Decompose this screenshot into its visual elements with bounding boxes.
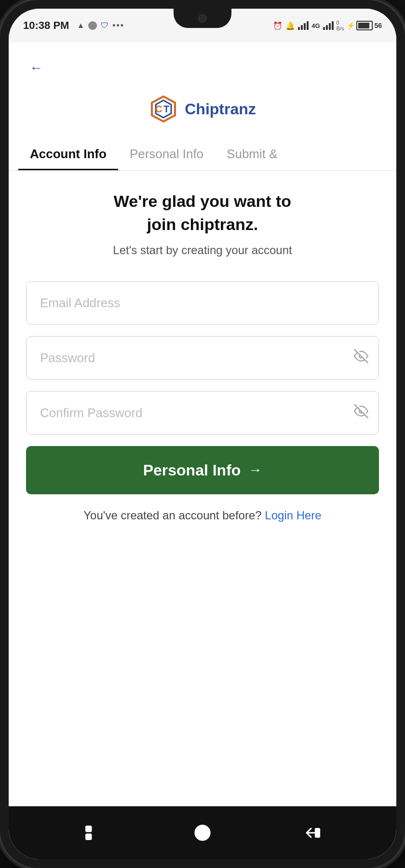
svg-rect-6	[86, 827, 92, 832]
battery-area: ⚡ 56	[347, 21, 382, 30]
back-arrow-icon: ←	[29, 60, 43, 76]
status-bar: 10:38 PM ▲ 🛡 ••• ⏰	[9, 9, 396, 42]
next-button-arrow: →	[248, 462, 262, 478]
bottom-nav	[9, 806, 396, 859]
back-area: ←	[9, 42, 396, 85]
password-toggle-icon[interactable]	[354, 349, 368, 367]
logo-icon: C T	[149, 95, 178, 123]
recent-apps-button[interactable]	[81, 821, 105, 845]
svg-rect-9	[315, 828, 320, 837]
welcome-subtitle: Let's start by creating your account	[26, 244, 379, 257]
speed-indicator: 0B/s	[337, 20, 344, 31]
circle-status-icon	[88, 21, 97, 30]
confirm-password-group	[26, 391, 379, 434]
triangle-icon: ▲	[77, 21, 84, 30]
alarm-icon: ⏰	[273, 21, 283, 30]
email-group	[26, 281, 379, 325]
logo-area: C T Chiptranz	[9, 85, 396, 138]
battery-icon	[356, 21, 373, 30]
login-link-area: You've created an account before? Login …	[26, 494, 379, 532]
status-icons-right: ⏰ 🔔 4G	[273, 20, 382, 31]
home-button[interactable]	[190, 821, 215, 845]
status-icons-left: ▲ 🛡 •••	[77, 21, 124, 31]
password-group	[26, 336, 379, 380]
form-area: We're glad you want tojoin chiptranz. Le…	[9, 171, 396, 806]
phone-shell: 10:38 PM ▲ 🛡 ••• ⏰	[0, 0, 405, 868]
tabs-container: Account Info Personal Info Submit &	[9, 138, 396, 171]
tab-personal-info[interactable]: Personal Info	[118, 138, 215, 170]
logo-tranz: tranz	[219, 100, 256, 118]
login-text: You've created an account before?	[83, 509, 261, 522]
email-input[interactable]	[26, 281, 379, 325]
personal-info-button[interactable]: Personal Info →	[26, 446, 379, 494]
tab-account-info[interactable]: Account Info	[18, 138, 118, 170]
logo-text: Chiptranz	[185, 100, 256, 118]
logo-chip: Chip	[185, 100, 219, 118]
confirm-password-toggle-icon[interactable]	[354, 404, 368, 422]
confirm-password-input[interactable]	[26, 391, 379, 434]
tab-submit[interactable]: Submit &	[215, 138, 289, 170]
svg-text:T: T	[163, 104, 169, 114]
bell-icon: 🔔	[285, 21, 295, 30]
charging-icon: ⚡	[347, 22, 355, 29]
shield-icon: 🛡	[101, 21, 108, 30]
notch	[174, 9, 231, 28]
svg-point-8	[195, 826, 210, 840]
screen: 10:38 PM ▲ 🛡 ••• ⏰	[9, 9, 396, 859]
signal-icon	[298, 21, 309, 30]
password-input[interactable]	[26, 336, 379, 380]
login-here-link[interactable]: Login Here	[265, 509, 321, 522]
back-nav-button[interactable]	[300, 821, 324, 845]
next-button-label: Personal Info	[143, 461, 241, 479]
svg-rect-7	[86, 834, 92, 840]
dots-icon: •••	[112, 21, 124, 31]
status-time: 10:38 PM	[23, 19, 69, 32]
battery-percent: 56	[374, 22, 382, 29]
camera	[198, 14, 207, 23]
back-button[interactable]: ←	[24, 56, 48, 80]
app-content: ← C T Chiptranz	[9, 42, 396, 806]
network-4g: 4G	[311, 22, 320, 29]
battery-fill	[358, 23, 369, 28]
welcome-title: We're glad you want tojoin chiptranz.	[26, 190, 379, 236]
svg-text:C: C	[155, 104, 162, 114]
signal-icon-2	[323, 21, 334, 30]
